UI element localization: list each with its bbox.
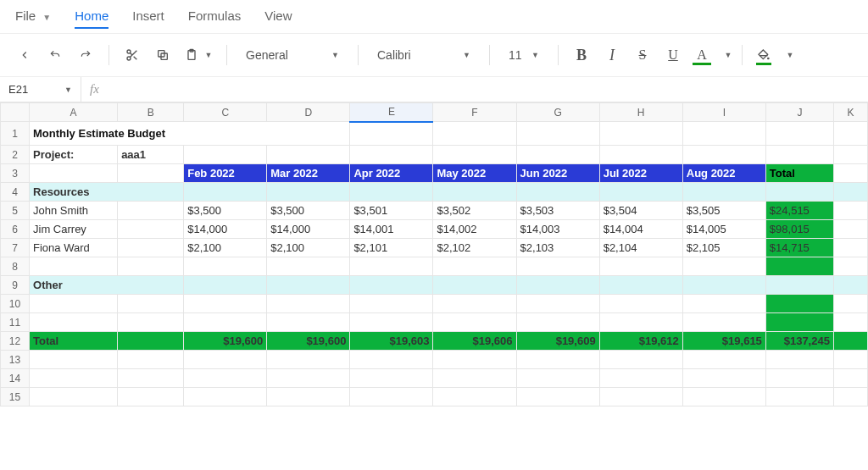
cell[interactable] — [833, 183, 867, 202]
cell[interactable] — [833, 164, 867, 183]
menu-home[interactable]: Home — [75, 8, 108, 28]
cell[interactable] — [833, 202, 867, 220]
cell[interactable] — [516, 183, 599, 202]
row-header-3[interactable]: 3 — [1, 164, 30, 183]
cell-month-5[interactable]: Jul 2022 — [599, 164, 682, 183]
cell[interactable] — [118, 388, 184, 406]
cell[interactable] — [118, 257, 184, 276]
cell[interactable] — [30, 388, 118, 406]
select-all-corner[interactable] — [1, 103, 30, 122]
cell-title[interactable]: Monthly Estimate Budget — [30, 122, 350, 146]
cell[interactable] — [765, 183, 833, 202]
cell[interactable] — [184, 257, 267, 276]
cell[interactable] — [118, 220, 184, 239]
row-header-4[interactable]: 4 — [1, 183, 30, 202]
cell[interactable] — [433, 351, 516, 369]
cell[interactable] — [267, 388, 350, 406]
cell-month-1[interactable]: Mar 2022 — [267, 164, 350, 183]
cell[interactable]: $14,001 — [350, 220, 433, 239]
cell[interactable]: $14,004 — [599, 220, 682, 239]
cell[interactable]: $3,502 — [433, 202, 516, 220]
cell[interactable] — [118, 295, 184, 313]
cell[interactable] — [516, 276, 599, 295]
cell[interactable] — [516, 369, 599, 388]
cell[interactable] — [118, 332, 184, 351]
cell[interactable]: $3,500 — [184, 202, 267, 220]
cell[interactable] — [516, 146, 599, 164]
cell[interactable] — [765, 351, 833, 369]
cell[interactable] — [682, 388, 765, 406]
cell[interactable] — [599, 257, 682, 276]
col-header-H[interactable]: H — [599, 103, 682, 122]
cell[interactable] — [433, 183, 516, 202]
cell[interactable] — [682, 295, 765, 313]
cell[interactable] — [433, 122, 516, 146]
cell[interactable] — [30, 351, 118, 369]
cell-col-total-3[interactable]: $19,606 — [433, 332, 516, 351]
cell[interactable] — [184, 276, 267, 295]
cell[interactable]: $3,504 — [599, 202, 682, 220]
font-color-dropdown[interactable]: ▼ — [718, 42, 732, 68]
col-header-E[interactable]: E — [350, 103, 433, 122]
cell[interactable] — [516, 257, 599, 276]
cell[interactable] — [682, 351, 765, 369]
cell[interactable]: $2,100 — [184, 239, 267, 257]
cell[interactable] — [765, 369, 833, 388]
cell-project-value[interactable]: aaa1 — [118, 146, 184, 164]
cell-total-header[interactable]: Total — [765, 164, 833, 183]
cell[interactable] — [30, 257, 118, 276]
cell-row-total-2[interactable]: $14,715 — [765, 239, 833, 257]
cell-month-2[interactable]: Apr 2022 — [350, 164, 433, 183]
cell[interactable] — [267, 313, 350, 332]
cell[interactable] — [516, 351, 599, 369]
redo-button[interactable] — [73, 42, 98, 68]
cell[interactable] — [682, 183, 765, 202]
cell[interactable] — [599, 295, 682, 313]
cell[interactable] — [184, 369, 267, 388]
fill-color-button[interactable] — [753, 42, 775, 68]
cell[interactable] — [350, 183, 433, 202]
row-header-2[interactable]: 2 — [1, 146, 30, 164]
cell[interactable]: $14,000 — [267, 220, 350, 239]
cell[interactable] — [267, 351, 350, 369]
cell-col-total-0[interactable]: $19,600 — [184, 332, 267, 351]
cell[interactable] — [765, 313, 833, 332]
cell[interactable] — [833, 122, 867, 146]
cell[interactable]: $2,105 — [682, 239, 765, 257]
cell[interactable] — [30, 313, 118, 332]
cell[interactable] — [30, 369, 118, 388]
cell[interactable] — [433, 146, 516, 164]
cell-month-6[interactable]: Aug 2022 — [682, 164, 765, 183]
cell[interactable]: $2,104 — [599, 239, 682, 257]
row-header-9[interactable]: 9 — [1, 276, 30, 295]
cell-col-total-2[interactable]: $19,603 — [350, 332, 433, 351]
cell[interactable] — [682, 369, 765, 388]
cell[interactable]: $2,102 — [433, 239, 516, 257]
cell[interactable] — [118, 369, 184, 388]
cell[interactable] — [833, 257, 867, 276]
col-header-J[interactable]: J — [765, 103, 833, 122]
cell-col-total-6[interactable]: $19,615 — [682, 332, 765, 351]
cell-grand-total[interactable]: $137,245 — [765, 332, 833, 351]
cell[interactable] — [184, 351, 267, 369]
bold-button[interactable]: B — [569, 42, 594, 68]
cell[interactable] — [765, 295, 833, 313]
cell[interactable] — [267, 183, 350, 202]
cell[interactable]: $3,503 — [516, 202, 599, 220]
row-header-10[interactable]: 10 — [1, 295, 30, 313]
cell[interactable] — [350, 257, 433, 276]
cell-section-resources[interactable]: Resources — [30, 183, 184, 202]
cell[interactable] — [682, 146, 765, 164]
cell[interactable]: $2,101 — [350, 239, 433, 257]
cell[interactable] — [184, 313, 267, 332]
cell[interactable] — [184, 146, 267, 164]
cell[interactable] — [516, 388, 599, 406]
cell[interactable]: $14,000 — [184, 220, 267, 239]
cell[interactable] — [184, 295, 267, 313]
cell-total-label[interactable]: Total — [30, 332, 118, 351]
cell[interactable] — [682, 276, 765, 295]
cell[interactable] — [433, 295, 516, 313]
cell[interactable]: $2,100 — [267, 239, 350, 257]
row-header-14[interactable]: 14 — [1, 369, 30, 388]
cell-row-total-0[interactable]: $24,515 — [765, 202, 833, 220]
